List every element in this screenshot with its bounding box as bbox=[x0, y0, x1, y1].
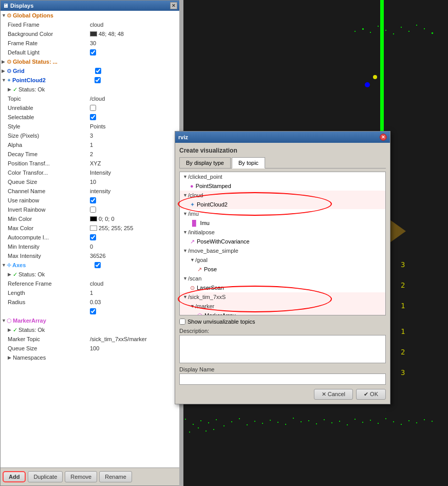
markerarray-row[interactable]: ▼ ⬡ MarkerArray bbox=[1, 316, 179, 325]
svg-rect-39 bbox=[213, 429, 214, 430]
frame-rate-value[interactable]: 30 bbox=[90, 40, 178, 46]
pc2-rainbow-checkbox[interactable] bbox=[90, 197, 96, 203]
scan-arrow: ▼ bbox=[183, 276, 188, 281]
pc2-mincolor-row: Min Color 0; 0; 0 bbox=[1, 214, 179, 223]
pc2-maxcolor-label: Max Color bbox=[8, 225, 90, 231]
topic-imu-row[interactable]: ▼ /imu bbox=[180, 209, 385, 218]
remove-button[interactable]: Remove bbox=[65, 471, 97, 482]
svg-rect-21 bbox=[331, 422, 332, 423]
sick-label: /sick_tim_7xxS bbox=[188, 294, 226, 300]
ma-queue-value[interactable]: 100 bbox=[90, 345, 178, 351]
ok-button[interactable]: ✔ OK bbox=[356, 389, 386, 400]
topic-posecov-row[interactable]: ↗ PoseWithCovariance bbox=[180, 237, 385, 246]
topic-pointstamped-row[interactable]: ● PointStamped bbox=[180, 181, 385, 191]
global-options-arrow[interactable]: ▼ bbox=[2, 13, 7, 18]
displays-close-button[interactable]: ✕ bbox=[170, 2, 177, 9]
pc2-invert-checkbox[interactable] bbox=[90, 207, 96, 213]
pc2-style-value[interactable]: Points bbox=[90, 123, 178, 129]
pc2-alpha-value[interactable]: 1 bbox=[90, 142, 178, 148]
bg-color-swatch[interactable] bbox=[90, 31, 97, 36]
marker-folder-label: /marker bbox=[195, 303, 214, 309]
default-light-checkbox[interactable] bbox=[90, 49, 96, 55]
axes-length-value[interactable]: 1 bbox=[90, 290, 178, 296]
global-status-row[interactable]: ▶ ⚙ Global Status: ... bbox=[1, 57, 179, 66]
grid-arrow[interactable]: ▶ bbox=[2, 68, 7, 73]
svg-rect-16 bbox=[293, 418, 294, 419]
svg-rect-43 bbox=[378, 26, 379, 27]
grid-checkbox[interactable] bbox=[95, 68, 101, 74]
pc2-maxintensity-label: Max Intensity bbox=[8, 253, 90, 259]
axes-status-arrow[interactable]: ▶ bbox=[8, 272, 13, 277]
pointcloud2-row[interactable]: ▼ ✦ PointCloud2 bbox=[1, 76, 179, 85]
topic-clicked-point-row[interactable]: ▼ /clicked_point bbox=[180, 172, 385, 181]
topic-pointcloud2-row[interactable]: ✦ PointCloud2 bbox=[180, 200, 385, 209]
pc2-color-transform-value[interactable]: Intensity bbox=[90, 170, 178, 176]
topic-scan-row[interactable]: ▼ /scan bbox=[180, 274, 385, 283]
displays-icon: 🖥 bbox=[3, 3, 8, 9]
tab-by-topic[interactable]: By topic bbox=[232, 157, 265, 169]
axes-arrow[interactable]: ▼ bbox=[2, 263, 7, 268]
add-button[interactable]: Add bbox=[3, 471, 26, 482]
fixed-frame-value[interactable]: cloud bbox=[90, 22, 178, 28]
svg-rect-37 bbox=[198, 427, 199, 428]
pc2-size-value[interactable]: 3 bbox=[90, 133, 178, 139]
pc2-minintensity-value[interactable]: 0 bbox=[90, 244, 178, 250]
topic-movebase-row[interactable]: ▼ /move_base_simple bbox=[180, 246, 385, 255]
svg-rect-13 bbox=[270, 420, 271, 421]
topic-goal-row[interactable]: ▼ /goal bbox=[180, 255, 385, 265]
pc2-selectable-checkbox[interactable] bbox=[90, 114, 96, 120]
axes-radius-value[interactable]: 0.03 bbox=[90, 299, 178, 305]
topic-cloud-row[interactable]: ▼ /cloud bbox=[180, 191, 385, 200]
topic-imu-item-row[interactable]: ▐▌ Imu bbox=[180, 218, 385, 228]
ma-status-arrow[interactable]: ▶ bbox=[8, 327, 13, 332]
ma-namespaces-row[interactable]: ▶ Namespaces bbox=[1, 353, 179, 362]
axes-checkbox[interactable] bbox=[95, 262, 101, 268]
pc2-mincolor-swatch[interactable] bbox=[90, 216, 97, 221]
pointcloud2-arrow[interactable]: ▼ bbox=[2, 78, 7, 83]
dialog-titlebar: rviz ✕ bbox=[175, 132, 390, 143]
svg-rect-36 bbox=[189, 432, 190, 433]
pc2-queue-value[interactable]: 10 bbox=[90, 179, 178, 185]
pc2-maxcolor-swatch[interactable] bbox=[90, 226, 97, 231]
show-unvis-checkbox[interactable] bbox=[179, 319, 185, 325]
grid-row[interactable]: ▶ ⚙ Grid bbox=[1, 66, 179, 76]
duplicate-button[interactable]: Duplicate bbox=[28, 471, 63, 482]
svg-rect-3 bbox=[193, 424, 194, 425]
axes-row[interactable]: ▼ ✛ Axes bbox=[1, 260, 179, 270]
dialog-tree-area: ▼ /clicked_point ● PointStamped ▼ /cloud… bbox=[179, 172, 386, 315]
pc2-decay-value[interactable]: 2 bbox=[90, 151, 178, 157]
markerarray-arrow[interactable]: ▼ bbox=[2, 318, 7, 323]
topic-sick-row[interactable]: ▼ /sick_tim_7xxS bbox=[180, 292, 385, 302]
display-name-input[interactable] bbox=[179, 373, 386, 385]
ma-namespaces-arrow[interactable]: ▶ bbox=[8, 355, 13, 360]
tab-by-display-type[interactable]: By display type bbox=[179, 157, 231, 168]
global-options-row[interactable]: ▼ ⚙ Global Options bbox=[1, 11, 179, 20]
dialog-close-button[interactable]: ✕ bbox=[380, 134, 387, 141]
pc2-unreliable-checkbox[interactable] bbox=[90, 105, 96, 111]
ma-topic-value[interactable]: /sick_tim_7xxS/marker bbox=[90, 336, 178, 342]
pc2-status-arrow[interactable]: ▶ bbox=[8, 87, 13, 92]
pc2-position-value[interactable]: XYZ bbox=[90, 160, 178, 166]
cancel-button[interactable]: ✕ Cancel bbox=[314, 389, 353, 400]
pointcloud2-checkbox[interactable] bbox=[95, 77, 101, 83]
pc2-status-row[interactable]: ▶ ✓ Status: Ok bbox=[1, 85, 179, 94]
pc2-unreliable-label: Unreliable bbox=[8, 105, 90, 111]
pc2-channel-value[interactable]: intensity bbox=[90, 188, 178, 194]
topic-laserscan-row[interactable]: ⊙ LaserScan bbox=[180, 283, 385, 292]
topic-initialpose-row[interactable]: ▼ /initialpose bbox=[180, 228, 385, 237]
topic-marker-folder-row[interactable]: ▼ /marker bbox=[180, 302, 385, 311]
axes-extra-checkbox[interactable] bbox=[90, 308, 96, 314]
global-status-arrow[interactable]: ▶ bbox=[2, 59, 7, 64]
topic-markerarray-item-row[interactable]: ⬡ MarkerArray bbox=[180, 311, 385, 315]
imu-arrow: ▼ bbox=[183, 211, 188, 216]
ma-status-row[interactable]: ▶ ✓ Status: Ok bbox=[1, 325, 179, 334]
pc2-maxintensity-value[interactable]: 36526 bbox=[90, 253, 178, 259]
movebase-label: /move_base_simple bbox=[188, 248, 238, 254]
axes-refframe-value[interactable]: cloud bbox=[90, 281, 178, 287]
rename-button[interactable]: Rename bbox=[99, 471, 132, 482]
topic-pose-row[interactable]: ↗ Pose bbox=[180, 265, 385, 274]
pc2-autocompute-checkbox[interactable] bbox=[90, 234, 96, 240]
svg-rect-17 bbox=[301, 421, 302, 422]
axes-status-row[interactable]: ▶ ✓ Status: Ok bbox=[1, 270, 179, 279]
pc2-topic-value[interactable]: /cloud bbox=[90, 96, 178, 102]
